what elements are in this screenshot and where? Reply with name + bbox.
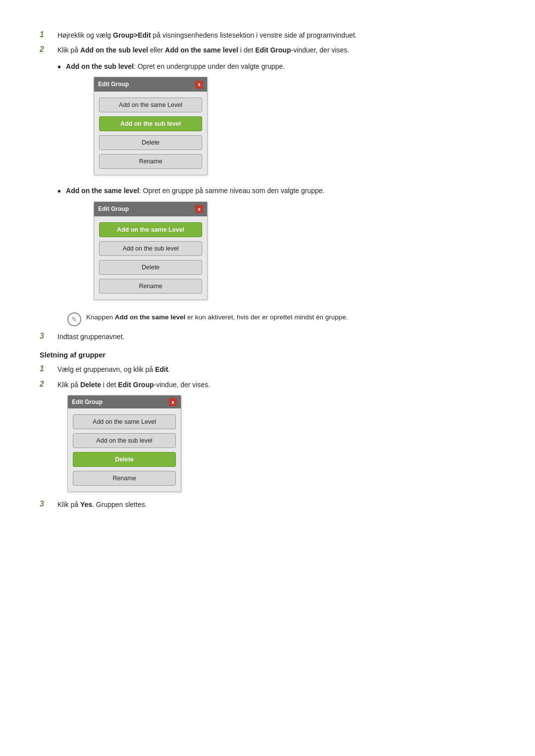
dialog-close-2[interactable]: x — [195, 205, 203, 213]
step-number-g2-2: 2 — [40, 379, 57, 389]
dialog-title-3: Edit Group — [72, 399, 103, 405]
dialog-wrapper-2: Edit Group x Add on the same Level Add o… — [94, 202, 495, 300]
step-list-group2: 1 Vælg et gruppenavn, og klik på Edit. 2… — [40, 364, 495, 390]
bullet-list: • Add on the sub level: Opret en undergr… — [57, 61, 495, 307]
dialog-close-3[interactable]: x — [169, 398, 177, 406]
step-item-2: 2 Klik på Add on the sub level eller Add… — [40, 45, 495, 55]
step-text-3b: Klik på Yes. Gruppen slettes. — [57, 499, 495, 510]
step-text-2: Klik på Add on the sub level eller Add o… — [57, 45, 495, 55]
step-item-g2-2: 2 Klik på Delete i det Edit Group-vindue… — [40, 379, 495, 390]
dialog-btn-sub-level-3[interactable]: Add on the sub level — [73, 433, 176, 448]
step-list-group1: 1 Højreklik og vælg Group>Edit på visnin… — [40, 30, 495, 56]
step-text-g2-1: Vælg et gruppenavn, og klik på Edit. — [57, 364, 495, 375]
dialog-btn-rename-2[interactable]: Rename — [99, 279, 202, 294]
step-list-step3b: 3 Klik på Yes. Gruppen slettes. — [40, 499, 495, 510]
dialog-close-1[interactable]: x — [195, 81, 203, 89]
bullet-item-sub: • Add on the sub level: Opret en undergr… — [57, 61, 495, 183]
note-icon: ✎ — [67, 312, 81, 326]
dialog-title-1: Edit Group — [98, 80, 129, 89]
dialog-btn-delete-3[interactable]: Delete — [73, 452, 176, 467]
bullet-text-2: Add on the same level: Opret en gruppe p… — [66, 185, 495, 307]
step-list-step3: 3 Indtast gruppenavnet. — [40, 331, 495, 342]
step-number-2: 2 — [40, 45, 57, 54]
bullet-dot-2: • — [57, 183, 61, 199]
note-text: Knappen Add on the same level er kun akt… — [86, 312, 495, 323]
dialog-title-2: Edit Group — [98, 204, 129, 214]
bullet-item-same: • Add on the same level: Opret en gruppe… — [57, 185, 495, 307]
step-text-g2-2: Klik på Delete i det Edit Group-vindue, … — [57, 379, 495, 390]
dialog-box-2: Edit Group x Add on the same Level Add o… — [94, 202, 208, 300]
dialog-btn-sub-level-1[interactable]: Add on the sub level — [99, 116, 202, 131]
step-number-3: 3 — [40, 331, 57, 341]
step-text-1: Højreklik og vælg Group>Edit på visnings… — [57, 30, 495, 41]
dialog-btn-delete-2[interactable]: Delete — [99, 260, 202, 275]
step-item-g2-1: 1 Vælg et gruppenavn, og klik på Edit. — [40, 364, 495, 375]
dialog-btn-sub-level-2[interactable]: Add on the sub level — [99, 241, 202, 256]
dialog-titlebar-3: Edit Group x — [68, 396, 181, 408]
dialog-wrapper-3: Edit Group x Add on the same Level Add o… — [67, 395, 495, 492]
dialog-box-1: Edit Group x Add on the same Level Add o… — [94, 77, 208, 175]
step-item-3b: 3 Klik på Yes. Gruppen slettes. — [40, 499, 495, 510]
dialog-btn-same-level-2[interactable]: Add on the same Level — [99, 222, 202, 237]
section-heading-sletning: Sletning af grupper — [40, 351, 495, 359]
dialog-titlebar-2: Edit Group x — [94, 202, 207, 216]
dialog-body-2: Add on the same Level Add on the sub lev… — [94, 216, 207, 300]
dialog-btn-delete-1[interactable]: Delete — [99, 135, 202, 150]
dialog-btn-rename-3[interactable]: Rename — [73, 471, 176, 486]
step-number-g2-1: 1 — [40, 364, 57, 373]
bullet-dot-1: • — [57, 59, 61, 75]
dialog-btn-same-level-3[interactable]: Add on the same Level — [73, 414, 176, 429]
dialog-box-3: Edit Group x Add on the same Level Add o… — [67, 395, 181, 492]
note-pencil-icon: ✎ — [71, 315, 77, 323]
dialog-body-3: Add on the same Level Add on the sub lev… — [68, 408, 181, 492]
bullet-text-1: Add on the sub level: Opret en undergrup… — [66, 61, 495, 183]
step-text-3: Indtast gruppenavnet. — [57, 331, 495, 342]
step-item-3: 3 Indtast gruppenavnet. — [40, 331, 495, 342]
step-item-1: 1 Højreklik og vælg Group>Edit på visnin… — [40, 30, 495, 41]
dialog-wrapper-1: Edit Group x Add on the same Level Add o… — [94, 77, 495, 175]
dialog-btn-same-level-1[interactable]: Add on the same Level — [99, 98, 202, 112]
step-number-3b: 3 — [40, 499, 57, 508]
dialog-titlebar-1: Edit Group x — [94, 77, 207, 92]
dialog-body-1: Add on the same Level Add on the sub lev… — [94, 92, 207, 175]
dialog-btn-rename-1[interactable]: Rename — [99, 154, 202, 169]
step-number-1: 1 — [40, 30, 57, 39]
note-row: ✎ Knappen Add on the same level er kun a… — [67, 312, 495, 326]
